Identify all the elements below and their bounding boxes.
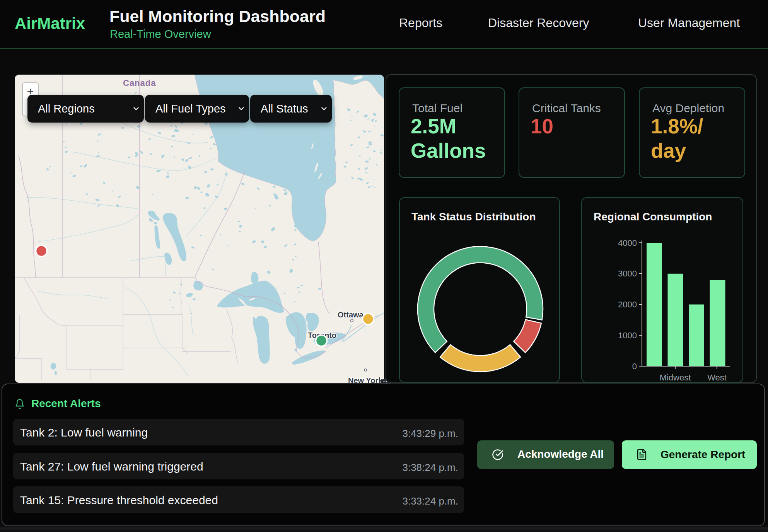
svg-text:Midwest: Midwest <box>660 373 691 382</box>
svg-text:3000: 3000 <box>618 269 637 278</box>
svg-text:Ottawa: Ottawa <box>338 310 364 319</box>
svg-text:4000: 4000 <box>618 238 637 248</box>
svg-text:2000: 2000 <box>618 300 637 309</box>
svg-text:New York: New York <box>348 376 383 383</box>
svg-text:West: West <box>707 373 727 382</box>
svg-text:1000: 1000 <box>618 331 637 340</box>
svg-text:Canada: Canada <box>123 78 156 88</box>
svg-text:0: 0 <box>632 361 637 371</box>
